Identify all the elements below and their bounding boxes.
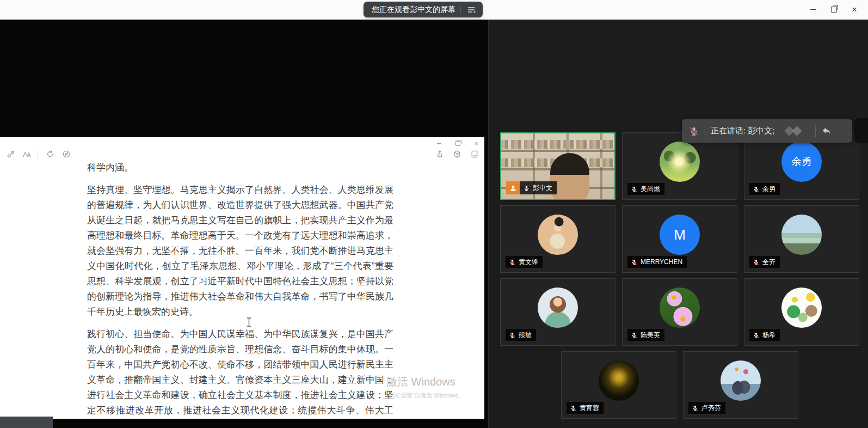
font-size-icon[interactable]: AA — [23, 150, 30, 158]
participant-tile-luxiufen[interactable]: 卢秀芬 — [683, 351, 798, 419]
watching-screen-label: 您正在观看彭中文的屏幕 — [372, 5, 455, 15]
mic-muted-icon — [753, 259, 760, 266]
link-icon[interactable] — [7, 150, 15, 158]
mic-muted-icon — [631, 259, 638, 266]
toast-divider — [705, 125, 705, 137]
participant-name: MERRYCHEN — [641, 258, 682, 266]
toolbar-left-group: AA — [7, 150, 71, 158]
screen-sharing-badge-icon — [506, 181, 520, 194]
participants-panel: 彭中文 吴尚燃 余勇 余勇 — [488, 19, 868, 428]
participant-name-tag: 杨希 — [749, 329, 780, 341]
speaking-toast[interactable]: 正在讲话: 彭中文; — [682, 119, 852, 143]
document-window-controls: × — [435, 140, 480, 146]
title-bar: 您正在观看彭中文的屏幕 × — [0, 0, 868, 20]
mic-muted-icon — [631, 186, 638, 193]
page-turn-icon[interactable] — [470, 150, 479, 158]
pill-divider — [460, 5, 461, 14]
shared-screen-region: × AA — [0, 19, 488, 428]
participant-name-tag: 熊敏 — [506, 329, 536, 341]
avatar: 余勇 — [781, 142, 822, 182]
avatar — [660, 288, 700, 328]
shared-document-window: × AA — [0, 137, 484, 419]
speaking-toast-text: 正在讲话: 彭中文; — [711, 126, 775, 136]
participant-name-tag: 余勇 — [749, 183, 780, 195]
participant-name: 熊敏 — [519, 331, 532, 340]
mic-muted-icon — [570, 405, 577, 412]
participant-name-tag: 卢秀芬 — [688, 402, 725, 414]
mic-muted-icon — [509, 259, 516, 266]
watching-screen-banner[interactable]: 您正在观看彭中文的屏幕 — [364, 2, 483, 17]
minimize-button[interactable] — [803, 0, 823, 19]
participant-name-tag: 吴尚燃 — [627, 183, 664, 195]
compass-icon[interactable] — [62, 150, 71, 158]
participant-tile-chenmeiying[interactable]: 陈美英 — [622, 278, 737, 346]
avatar — [599, 360, 639, 401]
avatar — [721, 360, 761, 401]
mic-muted-icon — [509, 332, 516, 339]
avatar — [660, 142, 700, 182]
doc-close-button[interactable]: × — [472, 140, 480, 146]
mic-muted-icon — [692, 405, 699, 412]
participant-name-tag: 黄文锋 — [506, 256, 543, 268]
meeting-window: 您正在观看彭中文的屏幕 × × A — [0, 0, 868, 428]
participant-name: 余勇 — [762, 185, 775, 194]
participant-name-tag: MERRYCHEN — [627, 256, 687, 268]
doc-minimize-button[interactable] — [435, 140, 443, 146]
participant-name: 卢秀芬 — [701, 403, 721, 413]
doc-paragraph: 践行初心、担当使命。为中国人民谋幸福、为中华民族谋复兴，是中国共产党人的初心和使… — [87, 327, 393, 419]
participant-name: 黄文锋 — [519, 258, 538, 267]
participant-name: 全齐 — [762, 258, 775, 267]
meeting-logo-icon — [781, 124, 810, 138]
mic-muted-icon — [753, 332, 760, 339]
document-text: 科学内涵。 坚持真理、坚守理想。马克思主义揭示了自然界、人类社会、人类思维发展的… — [87, 160, 393, 419]
avatar — [781, 288, 822, 328]
participant-tile-huangwenfeng[interactable]: 黄文锋 — [500, 205, 615, 273]
avatar: M — [660, 215, 700, 255]
document-toolbar: AA — [0, 148, 484, 164]
participant-tile-huangyurong[interactable]: 黄育蓉 — [561, 351, 676, 419]
mic-muted-icon — [631, 332, 638, 339]
mic-muted-icon — [753, 186, 760, 193]
refresh-icon[interactable] — [46, 150, 54, 158]
participant-tile-yangxi[interactable]: 杨希 — [744, 278, 859, 346]
taskbar-fragment — [0, 417, 53, 428]
participant-name-tag: 彭中文 — [520, 181, 557, 194]
cube-icon[interactable] — [453, 150, 461, 158]
watermark-line2: 转到“设置”以激活 Windows。 — [386, 392, 464, 400]
banner-menu-icon[interactable] — [466, 4, 478, 16]
participant-name: 杨希 — [762, 331, 775, 340]
participant-name-tag: 黄育蓉 — [567, 402, 604, 414]
toolbar-divider — [38, 150, 38, 158]
participant-name-tag: 全齐 — [749, 256, 780, 268]
window-controls: × — [803, 0, 865, 19]
offscreen-overlay-fragment — [854, 118, 868, 143]
avatar — [538, 288, 578, 328]
participant-name-tag: 陈美英 — [627, 329, 664, 341]
participant-tile-quanqi[interactable]: 全齐 — [744, 205, 859, 273]
reply-arrow-icon[interactable] — [821, 126, 832, 136]
participant-tile-xiongmin[interactable]: 熊敏 — [500, 278, 615, 346]
participant-name: 彭中文 — [533, 184, 552, 193]
participant-tile-pengzhongwen[interactable]: 彭中文 — [500, 132, 615, 200]
watermark-line1: 激活 Windows — [386, 375, 464, 389]
windows-activation-watermark: 激活 Windows 转到“设置”以激活 Windows。 — [386, 375, 464, 400]
toolbar-right-group — [435, 150, 479, 158]
participant-name: 黄育蓉 — [580, 403, 599, 413]
participant-name: 陈美英 — [641, 331, 660, 340]
mic-on-icon — [523, 185, 530, 192]
doc-paragraph: 坚持真理、坚守理想。马克思主义揭示了自然界、人类社会、人类思维发展的普遍规律，为… — [87, 182, 393, 320]
participant-tile-merrychen[interactable]: M MERRYCHEN — [622, 205, 737, 273]
toast-mic-muted-icon — [688, 126, 699, 137]
doc-restore-button[interactable] — [454, 140, 461, 146]
avatar — [781, 215, 822, 255]
share-icon[interactable] — [435, 150, 444, 158]
avatar — [538, 215, 578, 255]
maximize-button[interactable] — [823, 0, 844, 19]
toast-divider — [815, 125, 816, 137]
participant-name: 吴尚燃 — [641, 185, 660, 194]
close-button[interactable]: × — [844, 0, 865, 19]
